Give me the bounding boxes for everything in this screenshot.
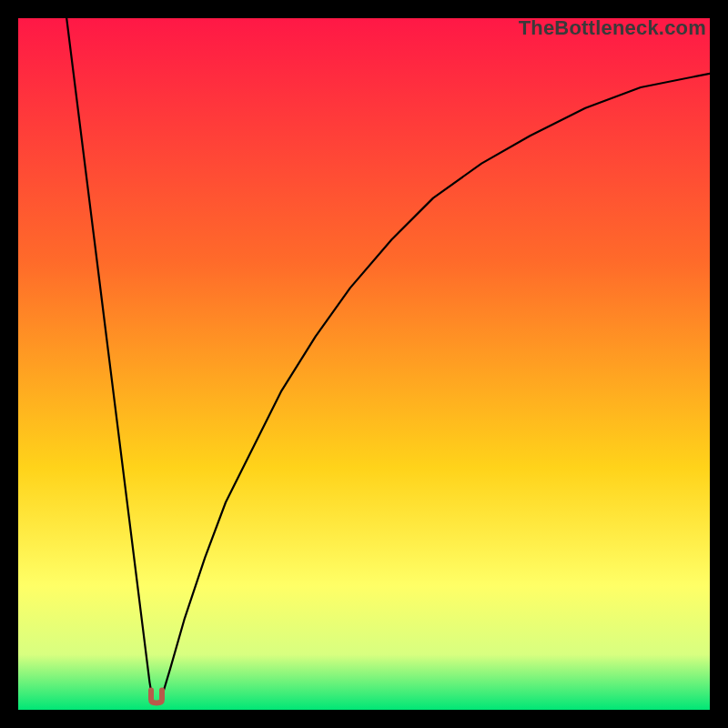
- chart-svg: [18, 18, 710, 710]
- chart-background: [18, 18, 710, 710]
- watermark-text: TheBottleneck.com: [519, 16, 706, 40]
- chart-frame: TheBottleneck.com: [18, 18, 710, 710]
